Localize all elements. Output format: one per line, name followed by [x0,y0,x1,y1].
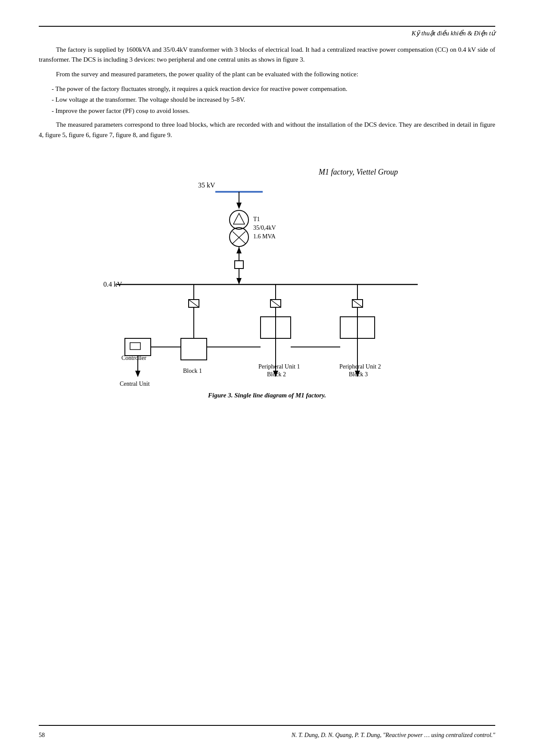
svg-text:T1: T1 [253,216,260,222]
svg-marker-31 [135,371,140,377]
svg-rect-27 [125,338,151,356]
paragraph-3: The measured parameters correspond to th… [39,120,495,140]
svg-text:Block 2: Block 2 [267,371,286,378]
svg-text:Peripheral Unit 2: Peripheral Unit 2 [339,363,381,370]
figure-label: Figure 3. [208,392,233,399]
svg-text:1.6 MVA: 1.6 MVA [253,233,276,240]
svg-line-45 [352,300,363,307]
figure-caption: Figure 3. Single line diagram of M1 fact… [208,392,326,399]
page: Kỹ thuật điều khiển & Điện tử The factor… [0,0,534,756]
figure-caption-text: Single line diagram of M1 factory. [234,392,326,399]
figure-3-diagram: M1 factory, Viettel Group 35 kV T1 35/0,… [90,153,444,386]
svg-text:Controller: Controller [121,355,146,361]
svg-marker-4 [236,203,242,209]
svg-text:Peripheral Unit 1: Peripheral Unit 1 [258,363,300,370]
svg-text:0.4 kV: 0.4 kV [103,281,122,288]
svg-line-35 [270,300,281,307]
footer-rule [39,725,495,726]
bullet-list: - The power of the factory fluctuates st… [52,84,495,117]
svg-text:35 kV: 35 kV [198,181,215,189]
svg-text:Block 1: Block 1 [183,368,202,374]
bullet-item-3: - Improve the power factor (PF) cosφ to … [52,106,495,117]
figure-3-container: M1 factory, Viettel Group 35 kV T1 35/0,… [39,153,495,399]
bullet-item-2: - Low voltage at the transformer. The vo… [52,94,495,106]
paragraph-1: The factory is supplied by 1600kVA and 3… [39,45,495,65]
svg-rect-24 [181,338,207,360]
svg-marker-14 [236,247,242,253]
svg-rect-15 [235,261,243,269]
footer: 58 N. T. Dung, D. N. Quang, P. T. Dung, … [39,732,495,739]
header-title: Kỹ thuật điều khiển & Điện tử [39,29,495,37]
header-rule [39,26,495,27]
svg-line-22 [189,300,199,307]
svg-text:Central Unit: Central Unit [120,381,150,386]
svg-text:Block 3: Block 3 [349,371,368,378]
page-number: 58 [39,732,45,739]
svg-marker-7 [233,213,245,224]
svg-text:35/0,4kV: 35/0,4kV [253,225,276,231]
bullet-item-1: - The power of the factory fluctuates st… [52,84,495,95]
paragraph-2: From the survey and measured parameters,… [39,69,495,79]
svg-marker-17 [236,278,242,284]
svg-text:M1 factory, Viettel Group: M1 factory, Viettel Group [318,168,398,176]
footer-citation: N. T. Dung, D. N. Quang, P. T. Dung, "Re… [292,732,495,739]
svg-rect-28 [130,343,140,350]
